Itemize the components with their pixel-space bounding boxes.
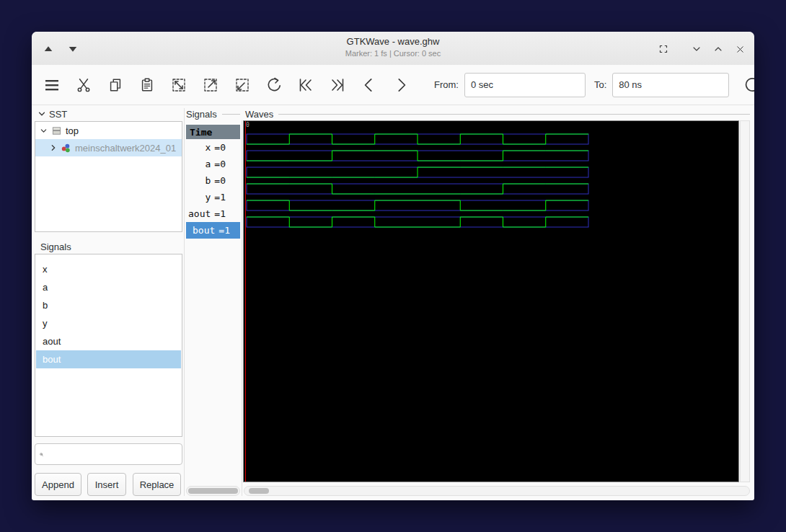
signal-name: b xyxy=(206,175,211,186)
focus-corners-icon xyxy=(657,43,670,56)
waves-frame-header: Waves xyxy=(245,108,750,120)
shift-right-button[interactable] xyxy=(391,71,411,99)
clipboard-paste-icon xyxy=(139,77,155,93)
signal-list-item[interactable]: b xyxy=(39,296,178,314)
goto-end-button[interactable] xyxy=(327,71,348,99)
window-title: GTKWave - wave.ghw xyxy=(32,36,754,47)
scissors-icon xyxy=(76,77,92,93)
signal-item-label: bout xyxy=(43,354,61,365)
paste-button[interactable] xyxy=(137,71,157,99)
signals-frame-header: Signals xyxy=(186,108,240,120)
marker-cursor-status: Marker: 1 fs | Cursor: 0 sec xyxy=(32,49,754,58)
instance-icon xyxy=(61,143,71,154)
signal-name: y xyxy=(206,192,211,203)
roll-up-button[interactable] xyxy=(709,40,728,58)
append-button[interactable]: Append xyxy=(35,473,81,496)
signal-name-row[interactable]: x=0 xyxy=(186,139,240,156)
reload-icon xyxy=(743,76,754,94)
wave-canvas[interactable]: 0 xyxy=(243,120,739,482)
signal-item-label: x xyxy=(43,264,48,275)
signal-list-item[interactable]: y xyxy=(39,314,178,332)
wave-trace-x xyxy=(247,134,588,144)
signal-value: =0 xyxy=(214,175,226,186)
wave-extent-box xyxy=(247,184,588,194)
shade-down-button[interactable] xyxy=(63,40,82,58)
zoom-fit-icon xyxy=(170,76,187,94)
shade-up-button[interactable] xyxy=(39,40,58,58)
signal-search-label: Signals xyxy=(40,241,71,252)
signal-name-row-selected[interactable]: bout=1 xyxy=(186,222,240,239)
insert-button[interactable]: Insert xyxy=(87,473,126,496)
signal-list-item[interactable]: aout xyxy=(39,332,178,350)
paned-divider[interactable] xyxy=(184,108,185,496)
skip-to-end-icon xyxy=(329,76,346,94)
expander-right-icon[interactable] xyxy=(50,143,57,152)
skip-to-start-icon xyxy=(297,76,314,94)
expander-down-icon[interactable] xyxy=(40,127,48,135)
signal-value: =1 xyxy=(214,192,226,203)
tree-node-top[interactable]: top xyxy=(35,122,182,139)
paned-divider[interactable] xyxy=(242,120,242,496)
zoom-out-icon xyxy=(234,76,251,94)
signal-list-item-selected[interactable]: bout xyxy=(36,350,181,368)
time-header[interactable]: Time xyxy=(186,125,240,139)
sst-label: SST xyxy=(49,109,67,120)
gtkwave-window: GTKWave - wave.ghw Marker: 1 fs | Cursor… xyxy=(32,32,754,500)
zoom-out-button[interactable] xyxy=(232,71,252,99)
signal-value: =1 xyxy=(218,225,230,236)
sst-tree-panel: top meinschaltwerk2024_01 xyxy=(35,121,182,232)
zoom-in-button[interactable] xyxy=(200,71,221,99)
collapse-chevron-icon[interactable] xyxy=(37,110,46,118)
goto-start-button[interactable] xyxy=(296,71,316,99)
scrollbar-thumb[interactable] xyxy=(249,488,269,494)
signal-name-row[interactable]: b=0 xyxy=(186,172,240,189)
copy-button[interactable] xyxy=(105,71,125,99)
zoom-in-icon xyxy=(202,76,219,94)
waves-vscrollbar[interactable] xyxy=(740,120,750,482)
cut-button[interactable] xyxy=(74,71,94,99)
signal-list-item[interactable]: x xyxy=(39,260,178,278)
reload-button[interactable] xyxy=(742,71,754,99)
close-button[interactable] xyxy=(730,40,749,58)
zoom-fit-button[interactable] xyxy=(169,71,189,99)
waves-label: Waves xyxy=(245,109,273,120)
signal-search-panel: x a b y aout bout xyxy=(35,254,182,437)
undo-button[interactable] xyxy=(264,71,284,99)
shift-left-button[interactable] xyxy=(359,71,379,99)
signal-names-hscrollbar[interactable] xyxy=(186,486,240,496)
from-time-input[interactable] xyxy=(464,73,586,97)
signal-value: =1 xyxy=(214,208,226,219)
signal-item-label: a xyxy=(43,282,48,293)
signal-item-label: b xyxy=(43,300,48,311)
to-time-input[interactable] xyxy=(612,73,729,97)
triangle-down-icon xyxy=(66,43,79,56)
maximize-button[interactable] xyxy=(654,40,673,58)
scrollbar-thumb[interactable] xyxy=(188,488,238,494)
tree-node-instance[interactable]: meinschaltwerk2024_01 xyxy=(35,139,182,156)
signal-item-label: y xyxy=(43,318,48,329)
from-label: From: xyxy=(434,79,459,90)
signal-name: aout xyxy=(188,208,211,219)
menu-button[interactable] xyxy=(42,71,62,99)
toolbar: From: To: xyxy=(32,65,754,105)
signal-list-item[interactable]: a xyxy=(39,278,178,296)
roll-down-button[interactable] xyxy=(687,40,706,58)
waves-hscrollbar[interactable] xyxy=(244,486,750,496)
tree-node-top-label: top xyxy=(66,125,79,136)
signal-item-label: aout xyxy=(43,336,61,347)
search-input[interactable] xyxy=(48,448,177,461)
signal-name: bout xyxy=(193,225,215,236)
wave-trace-bout xyxy=(247,217,588,227)
wave-trace-aout xyxy=(247,200,588,210)
signal-name: a xyxy=(206,159,211,169)
chevron-right-icon xyxy=(392,76,410,94)
signal-name-row[interactable]: y=1 xyxy=(186,189,240,205)
signal-name-row[interactable]: a=0 xyxy=(186,156,240,172)
replace-button[interactable]: Replace xyxy=(133,473,181,496)
timeline-origin-label: 0 xyxy=(246,122,250,128)
signal-name: x xyxy=(206,142,211,153)
wave-trace-y xyxy=(247,184,588,194)
waveform-svg xyxy=(244,121,738,482)
signal-name-row[interactable]: aout=1 xyxy=(186,205,240,222)
chevron-down-icon xyxy=(691,43,702,55)
